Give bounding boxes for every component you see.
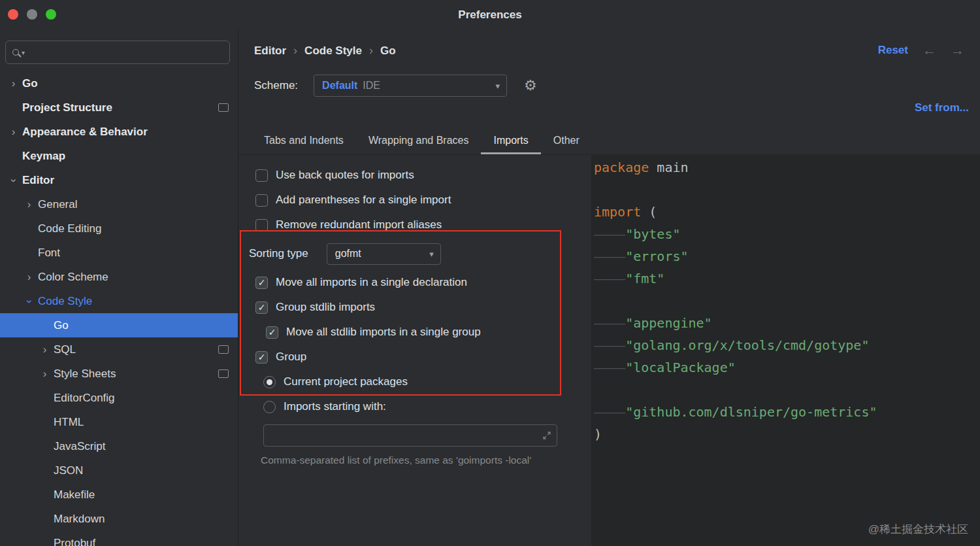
scheme-dropdown[interactable]: Default IDE ▾ <box>314 75 507 97</box>
sidebar-item-font[interactable]: Font <box>0 241 238 265</box>
zoom-button[interactable] <box>46 9 56 20</box>
search-box[interactable]: ▾ <box>5 41 230 64</box>
expand-icon[interactable] <box>542 431 551 440</box>
chevron-right-icon[interactable]: › <box>24 271 35 284</box>
code-line: ————"golang.org/x/tools/cmd/gotype" <box>594 334 980 356</box>
sidebar-item-protobuf[interactable]: Protobuf <box>0 531 238 546</box>
checkbox-label: Group stdlib imports <box>276 301 375 314</box>
sidebar-item-javascript[interactable]: JavaScript <box>0 434 238 458</box>
sidebar-item-appearance-behavior[interactable]: ›Appearance & Behavior <box>0 120 238 144</box>
sidebar-item-label: EditorConfig <box>54 392 115 405</box>
chevron-right-icon[interactable]: › <box>39 367 50 381</box>
sidebar-item-general[interactable]: ›General <box>0 192 238 216</box>
breadcrumb-go: Go <box>380 44 396 58</box>
scheme-suffix: IDE <box>363 80 380 92</box>
search-input[interactable] <box>30 47 223 58</box>
gear-icon[interactable]: ⚙ <box>524 78 537 93</box>
reset-link[interactable]: Reset <box>878 44 908 57</box>
sidebar-item-project-structure[interactable]: Project Structure <box>0 95 238 120</box>
chevron-right-icon[interactable]: › <box>39 343 50 356</box>
back-arrow-icon[interactable]: ← <box>923 43 936 58</box>
code-line: ) <box>594 423 980 445</box>
checkbox-label: Add parentheses for a single import <box>276 194 451 207</box>
radio-row-imports-starting-with[interactable]: Imports starting with: <box>249 394 591 419</box>
unchecked-checkbox[interactable] <box>255 169 268 182</box>
sidebar-item-json[interactable]: JSON <box>0 458 238 483</box>
set-from-link[interactable]: Set from... <box>915 101 969 114</box>
main-header: Editor › Code Style › Go Reset ← → Schem… <box>238 29 980 155</box>
sidebar-item-label: Go <box>22 77 38 90</box>
checkbox-row-group[interactable]: ✓Group <box>249 345 591 369</box>
chevron-right-icon[interactable]: › <box>8 126 19 139</box>
checkbox-row-move-all-stdlib-imports-in-a-single-group[interactable]: ✓Move all stdlib imports in a single gro… <box>249 320 591 345</box>
sidebar-item-color-scheme[interactable]: ›Color Scheme <box>0 265 238 289</box>
checked-checkbox[interactable]: ✓ <box>255 351 268 364</box>
sidebar-item-code-editing[interactable]: Code Editing <box>0 216 238 241</box>
sidebar-item-go[interactable]: ›Go <box>0 71 238 95</box>
sidebar-item-html[interactable]: HTML <box>0 410 238 434</box>
sidebar-item-label: SQL <box>54 343 76 356</box>
sidebar-item-label: Keymap <box>22 150 65 163</box>
checkbox-row-add-parentheses-for-a-single-import[interactable]: Add parentheses for a single import <box>249 188 591 213</box>
checkbox-label: Group <box>276 350 306 364</box>
forward-arrow-icon[interactable]: → <box>951 43 964 58</box>
imports-settings: Use back quotes for importsAdd parenthes… <box>238 155 591 546</box>
chevron-right-icon: › <box>293 44 297 58</box>
sidebar-item-label: Editor <box>22 174 54 187</box>
close-button[interactable] <box>8 9 18 20</box>
prefix-input[interactable] <box>269 430 542 441</box>
sidebar-item-code-style[interactable]: ›Code Style <box>0 289 238 313</box>
breadcrumb-code-style[interactable]: Code Style <box>304 44 362 58</box>
sorting-type-value: gofmt <box>335 248 361 260</box>
checkbox-label: Use back quotes for imports <box>276 169 414 182</box>
unchecked-checkbox[interactable] <box>255 194 268 207</box>
breadcrumb-editor[interactable]: Editor <box>254 44 286 58</box>
code-line <box>594 379 980 401</box>
chevron-down-icon[interactable]: › <box>23 296 36 307</box>
sidebar-item-markdown[interactable]: Markdown <box>0 507 238 531</box>
checked-checkbox[interactable]: ✓ <box>266 326 278 339</box>
checkbox-row-group-stdlib-imports[interactable]: ✓Group stdlib imports <box>249 295 591 320</box>
window-title: Preferences <box>458 9 521 22</box>
radio-label: Current project packages <box>284 375 408 388</box>
tab-wrapping-and-braces[interactable]: Wrapping and Braces <box>356 127 482 154</box>
code-line: ————"errors" <box>594 245 980 267</box>
unselected-radio[interactable] <box>263 401 276 413</box>
chevron-right-icon[interactable]: › <box>24 198 35 211</box>
search-caret-icon[interactable]: ▾ <box>22 49 25 56</box>
checkbox-row-move-all-imports-in-a-single-declaration[interactable]: ✓Move all imports in a single declaratio… <box>249 270 591 295</box>
chevron-right-icon[interactable]: › <box>8 77 19 90</box>
sidebar-item-makefile[interactable]: Makefile <box>0 483 238 507</box>
sidebar-item-label: Project Structure <box>22 101 112 114</box>
sidebar-item-editorconfig[interactable]: EditorConfig <box>0 386 238 410</box>
radio-row-current-project-packages[interactable]: Current project packages <box>249 369 591 394</box>
chevron-down-icon[interactable]: › <box>7 175 20 186</box>
sorting-type-dropdown[interactable]: gofmt ▾ <box>327 243 441 265</box>
sidebar-item-sql[interactable]: ›SQL <box>0 337 238 362</box>
tab-other[interactable]: Other <box>541 127 592 154</box>
unchecked-checkbox[interactable] <box>255 219 268 231</box>
tab-tabs-and-indents[interactable]: Tabs and Indents <box>252 127 356 154</box>
style-tabs: Tabs and IndentsWrapping and BracesImpor… <box>252 127 592 154</box>
top-checkboxes: Use back quotes for importsAdd parenthes… <box>249 163 591 237</box>
sidebar-item-keymap[interactable]: Keymap <box>0 144 238 168</box>
selected-radio[interactable] <box>263 376 276 388</box>
chevron-right-icon: › <box>369 44 373 58</box>
scheme-label: Scheme: <box>254 79 298 92</box>
scheme-row: Scheme: Default IDE ▾ ⚙ <box>254 75 537 97</box>
settings-tree: ›GoProject Structure›Appearance & Behavi… <box>0 71 238 546</box>
sidebar-item-label: Color Scheme <box>38 271 108 284</box>
checkbox-row-use-back-quotes-for-imports[interactable]: Use back quotes for imports <box>249 163 591 188</box>
checked-checkbox[interactable]: ✓ <box>255 277 268 289</box>
minimize-button[interactable] <box>27 9 37 20</box>
checkbox-label: Move all imports in a single declaration <box>276 276 467 289</box>
tab-imports[interactable]: Imports <box>481 127 540 154</box>
sidebar-item-editor[interactable]: ›Editor <box>0 168 238 192</box>
sidebar-item-style-sheets[interactable]: ›Style Sheets <box>0 362 238 386</box>
search-icon <box>12 49 19 56</box>
checkbox-row-remove-redundant-import-aliases[interactable]: Remove redundant import aliases <box>249 213 591 237</box>
sidebar-item-go[interactable]: Go <box>0 313 238 337</box>
checked-checkbox[interactable]: ✓ <box>255 301 268 314</box>
content-row: Use back quotes for importsAdd parenthes… <box>238 155 980 546</box>
sidebar-item-label: Markdown <box>54 513 105 526</box>
